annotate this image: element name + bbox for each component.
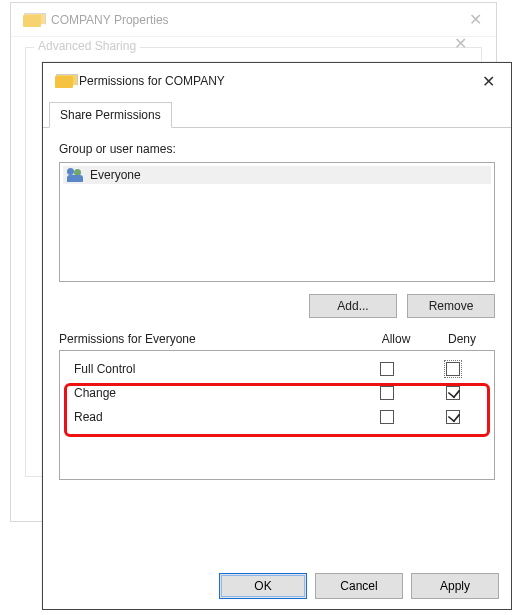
- column-deny: Deny: [429, 332, 495, 346]
- cancel-button[interactable]: Cancel: [315, 573, 403, 599]
- folder-icon: [55, 74, 73, 88]
- column-allow: Allow: [363, 332, 429, 346]
- allow-checkbox[interactable]: [380, 410, 394, 424]
- window-title: Permissions for COMPANY: [79, 74, 472, 88]
- permission-name: Read: [68, 410, 354, 424]
- permissions-header: Permissions for Everyone Allow Deny: [59, 332, 495, 346]
- deny-checkbox[interactable]: [446, 410, 460, 424]
- tab-share-permissions[interactable]: Share Permissions: [49, 102, 172, 128]
- close-icon[interactable]: ✕: [446, 34, 475, 53]
- allow-checkbox[interactable]: [380, 362, 394, 376]
- folder-icon: [23, 13, 41, 27]
- close-icon[interactable]: ✕: [461, 10, 490, 29]
- group-label: Advanced Sharing: [34, 39, 140, 53]
- list-item-label: Everyone: [90, 168, 141, 182]
- permission-row-full-control: Full Control: [68, 357, 486, 381]
- group-user-names-list[interactable]: Everyone: [59, 162, 495, 282]
- permissions-label: Permissions for Everyone: [59, 332, 363, 346]
- permission-name: Full Control: [68, 362, 354, 376]
- allow-checkbox[interactable]: [380, 386, 394, 400]
- tab-strip: Share Permissions: [43, 101, 511, 128]
- window-title: COMPANY Properties: [47, 13, 461, 27]
- permissions-dialog: Permissions for COMPANY ✕ Share Permissi…: [42, 62, 512, 610]
- close-icon[interactable]: ✕: [472, 72, 505, 91]
- permission-name: Change: [68, 386, 354, 400]
- dialog-footer: OK Cancel Apply: [219, 573, 499, 599]
- remove-button[interactable]: Remove: [407, 294, 495, 318]
- deny-checkbox[interactable]: [446, 386, 460, 400]
- group-user-names-label: Group or user names:: [59, 142, 495, 156]
- deny-checkbox[interactable]: [446, 362, 460, 376]
- permission-row-change: Change: [68, 381, 486, 405]
- titlebar: COMPANY Properties ✕: [11, 3, 496, 37]
- permissions-list: Full Control Change Read: [59, 350, 495, 480]
- list-item[interactable]: Everyone: [63, 166, 491, 184]
- group-icon: [66, 168, 84, 182]
- apply-button[interactable]: Apply: [411, 573, 499, 599]
- add-button[interactable]: Add...: [309, 294, 397, 318]
- titlebar: Permissions for COMPANY ✕: [43, 63, 511, 99]
- ok-button[interactable]: OK: [219, 573, 307, 599]
- permission-row-read: Read: [68, 405, 486, 429]
